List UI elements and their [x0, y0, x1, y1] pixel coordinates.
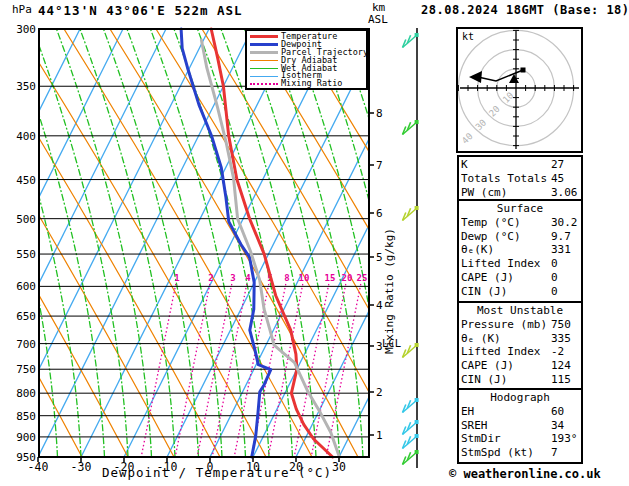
table-row: CIN (J)115: [461, 373, 579, 387]
legend-line-sample: [250, 43, 278, 46]
legend-line-sample: [250, 51, 278, 54]
metric-value: 750: [551, 318, 579, 332]
legend-line-sample: [250, 35, 278, 38]
metric-label: StmDir: [461, 432, 551, 446]
pressure-tick-label: 400: [16, 130, 36, 143]
metric-label: StmSpd (kt): [461, 446, 551, 460]
table-title: Hodograph: [461, 391, 579, 405]
legend-item-label: Mixing Ratio: [281, 80, 342, 88]
mixing-ratio-value-label: 4: [245, 273, 251, 283]
km-tick-label: 3: [376, 340, 383, 353]
metric-label: K: [461, 158, 551, 172]
km-tick-label: 6: [376, 207, 383, 220]
mixing-ratio-value-label: 20: [342, 273, 353, 283]
metric-label: θₑ(K): [461, 243, 551, 257]
metric-value: -2: [551, 345, 579, 359]
km-tick-label: 7: [376, 159, 383, 172]
wind-barb-icon: [403, 398, 419, 413]
mixing-ratio-value-label: 1: [174, 273, 179, 283]
metric-label: CIN (J): [461, 373, 551, 387]
table-row: θₑ (K)335: [461, 332, 579, 346]
metric-value: 124: [551, 359, 579, 373]
table-row: StmSpd (kt)7: [461, 446, 579, 460]
pressure-tick-label: 600: [16, 280, 36, 293]
metric-value: 0: [551, 285, 579, 299]
temp-tick-label: 0: [207, 460, 214, 474]
table-row: Lifted Index-2: [461, 345, 579, 359]
mixing-ratio-value-label: 3: [230, 273, 235, 283]
table-row: CIN (J)0: [461, 285, 579, 299]
table-row: SREH34: [461, 419, 579, 433]
table-row: CAPE (J)0: [461, 271, 579, 285]
pressure-tick-label: 900: [16, 431, 36, 444]
mixing-ratio-value-label: 15: [325, 273, 336, 283]
temp-tick-label: -40: [28, 460, 49, 474]
surface-table: SurfaceTemp (°C)30.2Dewp (°C)9.7θₑ(K)331…: [457, 199, 583, 303]
legend-line-sample: [250, 83, 278, 85]
pressure-tick-label: 350: [16, 80, 36, 93]
table-row: Dewp (°C)9.7: [461, 230, 579, 244]
legend-line-sample: [250, 68, 278, 70]
metric-label: Pressure (mb): [461, 318, 551, 332]
metric-value: 331: [551, 243, 579, 257]
mixing-ratio-value-label: 8: [284, 273, 289, 283]
metric-value: 60: [551, 405, 579, 419]
pressure-tick-label: 550: [16, 248, 36, 261]
table-row: PW (cm)3.06: [461, 186, 579, 200]
metric-label: CIN (J): [461, 285, 551, 299]
table-title: Surface: [461, 202, 579, 216]
km-tick-label: 8: [376, 107, 383, 120]
km-tick-label: 5: [376, 251, 383, 264]
temp-tick-label: -10: [157, 460, 178, 474]
legend-line-sample: [250, 76, 278, 78]
metric-label: CAPE (J): [461, 359, 551, 373]
metric-value: 193°: [551, 432, 579, 446]
wind-barb-icon: [403, 33, 419, 48]
metric-value: 45: [551, 172, 579, 186]
table-row: Pressure (mb)750: [461, 318, 579, 332]
temp-tick-label: 20: [289, 460, 303, 474]
wind-barb-icon: [403, 343, 419, 358]
km-tick-label: 4: [376, 299, 383, 312]
table-row: K27: [461, 158, 579, 172]
metric-value: 9.7: [551, 230, 579, 244]
metric-value: 0: [551, 257, 579, 271]
pressure-tick-label: 850: [16, 410, 36, 423]
hodograph-panel: 10203040: [458, 30, 579, 149]
metric-value: 27: [551, 158, 579, 172]
temp-tick-label: -30: [71, 460, 92, 474]
metric-value: 30.2: [551, 216, 579, 230]
wind-barb-icon: [403, 450, 419, 465]
skewt-sounding-page: 1234581015202530035040045050055060065070…: [0, 0, 629, 486]
mixing-ratio-value-label: 10: [299, 273, 310, 283]
table-row: EH60: [461, 405, 579, 419]
temp-tick-label: -20: [114, 460, 135, 474]
indices-table: K27Totals Totals45PW (cm)3.06: [457, 155, 583, 201]
pressure-tick-label: 800: [16, 387, 36, 400]
mixing-ratio-value-label: 25: [357, 273, 368, 283]
hodograph-unit-label: kt: [462, 31, 474, 42]
pressure-tick-label: 700: [16, 338, 36, 351]
temp-tick-label: 30: [332, 460, 346, 474]
km-tick-label: 1: [376, 429, 383, 442]
metric-label: EH: [461, 405, 551, 419]
metric-label: Dewp (°C): [461, 230, 551, 244]
metric-label: SREH: [461, 419, 551, 433]
table-row: Totals Totals45: [461, 172, 579, 186]
table-row: CAPE (J)124: [461, 359, 579, 373]
mixing-ratio-value-label: 2: [208, 273, 213, 283]
wind-barb-icon: [403, 420, 419, 435]
pressure-tick-label: 450: [16, 174, 36, 187]
table-row: Lifted Index0: [461, 257, 579, 271]
legend-item: Mixing Ratio: [250, 80, 366, 88]
metric-label: Temp (°C): [461, 216, 551, 230]
temp-tick-label: 10: [246, 460, 260, 474]
table-row: Temp (°C)30.2: [461, 216, 579, 230]
hodograph-ring-label: 40: [460, 131, 475, 146]
metric-label: Lifted Index: [461, 257, 551, 271]
metric-value: 34: [551, 419, 579, 433]
hodograph-table: HodographEH60SREH34StmDir193°StmSpd (kt)…: [457, 388, 583, 464]
metric-label: CAPE (J): [461, 271, 551, 285]
km-tick-label: 2: [376, 386, 383, 399]
metric-value: 7: [551, 446, 579, 460]
